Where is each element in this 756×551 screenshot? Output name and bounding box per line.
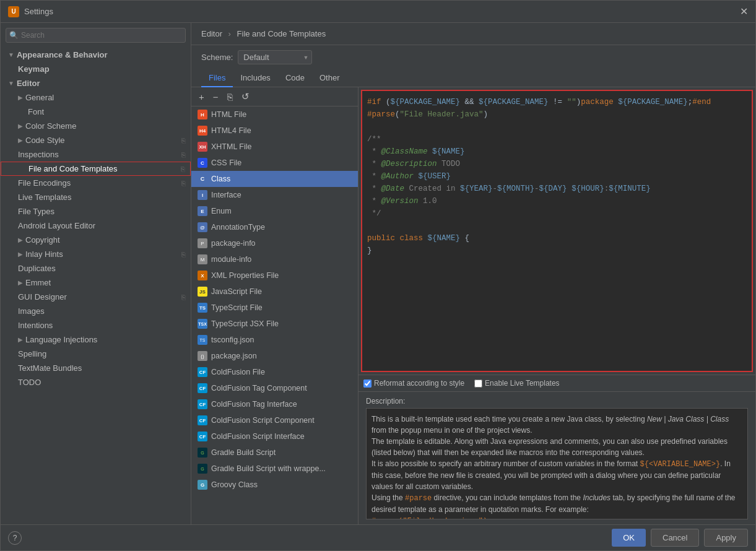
sidebar-item-label: Copyright (25, 235, 60, 245)
code-line: * @Date Created in ${YEAR}-${MONTH}-${DA… (367, 183, 747, 195)
sidebar-item-intentions[interactable]: Intentions (1, 318, 191, 332)
bottom-bar: ? OK Cancel Apply (1, 524, 755, 550)
template-item-html4-file[interactable]: H4 HTML4 File (191, 123, 358, 139)
sidebar-item-appearance[interactable]: ▼ Appearance & Behavior (1, 48, 191, 62)
live-templates-checkbox[interactable] (474, 380, 482, 388)
code-line: * @Author ${USER} (367, 170, 747, 183)
scheme-select-wrap[interactable]: Default Project (238, 50, 312, 64)
sidebar-item-code-style[interactable]: ▶ Code Style ⎘ (1, 133, 191, 147)
template-item-typescript-jsx[interactable]: TSX TypeScript JSX File (191, 316, 358, 332)
expand-icon: ▶ (18, 94, 23, 101)
template-item-groovy-class[interactable]: G Groovy Class (191, 477, 358, 493)
sidebar-item-color-scheme[interactable]: ▶ Color Scheme (1, 119, 191, 133)
search-input[interactable] (6, 28, 186, 43)
template-item-javascript-file[interactable]: JS JavaScript File (191, 284, 358, 300)
tab-includes[interactable]: Includes (233, 69, 277, 87)
sidebar-item-copyright[interactable]: ▶ Copyright (1, 233, 191, 247)
bottom-right: OK Cancel Apply (612, 529, 748, 547)
add-template-button[interactable]: + (196, 90, 207, 103)
app-icon: U (8, 6, 19, 17)
ok-button[interactable]: OK (612, 529, 646, 547)
template-item-label: tsconfig.json (211, 336, 254, 344)
sidebar-item-file-encodings[interactable]: File Encodings ⎘ (1, 176, 191, 190)
sidebar-item-emmet[interactable]: ▶ Emmet (1, 276, 191, 290)
template-item-enum[interactable]: E Enum (191, 203, 358, 219)
tab-other[interactable]: Other (312, 69, 347, 87)
xhtml-file-icon: XH (198, 142, 207, 152)
apply-button[interactable]: Apply (704, 529, 748, 547)
tab-files[interactable]: Files (201, 69, 233, 87)
sidebar-item-android-layout-editor[interactable]: Android Layout Editor (1, 219, 191, 233)
template-item-gradle-build-script[interactable]: G Gradle Build Script (191, 445, 358, 461)
template-item-annotation-type[interactable]: @ AnnotationType (191, 219, 358, 235)
template-item-xhtml-file[interactable]: XH XHTML File (191, 139, 358, 155)
sidebar-item-inspections[interactable]: Inspections ⎘ (1, 147, 191, 162)
tab-code[interactable]: Code (278, 69, 312, 87)
template-item-package-info[interactable]: P package-info (191, 235, 358, 251)
sidebar-item-font[interactable]: Font (1, 105, 191, 119)
reformat-checkbox[interactable] (363, 380, 371, 388)
sidebar-item-language-injections[interactable]: ▶ Language Injections (1, 332, 191, 347)
sidebar-item-duplicates[interactable]: Duplicates (1, 261, 191, 276)
sidebar-item-general[interactable]: ▶ General (1, 90, 191, 105)
template-item-gradle-build-wrapper[interactable]: G Gradle Build Script with wrappe... (191, 461, 358, 477)
template-item-label: Class (211, 175, 230, 183)
code-line: * @ClassName ${NAME} (367, 145, 747, 158)
template-item-package-json[interactable]: {} package.json (191, 348, 358, 364)
cancel-button[interactable]: Cancel (651, 529, 699, 547)
sidebar-item-todo[interactable]: TODO (1, 375, 191, 389)
live-templates-label: Enable Live Templates (485, 379, 560, 388)
template-item-coldfusion-script-interface[interactable]: CF ColdFusion Script Interface (191, 428, 358, 445)
template-item-coldfusion-script-component[interactable]: CF ColdFusion Script Component (191, 412, 358, 428)
template-item-label: AnnotationType (211, 223, 265, 232)
template-item-label: JavaScript File (211, 287, 262, 296)
reformat-checkbox-label[interactable]: Reformat according to style (363, 379, 464, 388)
search-box[interactable]: 🔍 (6, 28, 186, 43)
sidebar-item-label: File Encodings (18, 178, 71, 188)
template-item-interface[interactable]: I Interface (191, 187, 358, 203)
copy-template-button[interactable]: ⎘ (225, 90, 235, 103)
live-templates-checkbox-label[interactable]: Enable Live Templates (474, 379, 560, 388)
gradle-icon: G (198, 448, 207, 458)
expand-icon: ▶ (18, 251, 23, 258)
right-panel: Editor › File and Code Templates Scheme:… (191, 23, 755, 524)
sidebar-item-keymap[interactable]: Keymap (1, 62, 191, 76)
template-toolbar: + − ⎘ ↺ (191, 87, 358, 106)
editor-bottom: Reformat according to style Enable Live … (358, 375, 755, 391)
sidebar-item-label: Inlay Hints (25, 249, 63, 259)
sidebar-item-file-types[interactable]: File Types (1, 204, 191, 219)
expand-icon: ▶ (18, 236, 23, 243)
template-item-module-info[interactable]: M module-info (191, 251, 358, 267)
sidebar-item-inlay-hints[interactable]: ▶ Inlay Hints ⎘ (1, 247, 191, 261)
template-item-label: ColdFusion Script Component (211, 416, 315, 425)
scheme-row: Scheme: Default Project (191, 45, 755, 69)
sidebar-item-spelling[interactable]: Spelling (1, 347, 191, 361)
description-label: Description: (366, 397, 748, 406)
sidebar-item-editor[interactable]: ▼ Editor (1, 76, 191, 90)
sidebar-item-images[interactable]: Images (1, 304, 191, 318)
sidebar-item-live-templates[interactable]: Live Templates (1, 190, 191, 204)
remove-template-button[interactable]: − (211, 90, 221, 103)
template-item-tsconfig-json[interactable]: TS tsconfig.json (191, 332, 358, 348)
template-item-coldfusion-tag-component[interactable]: CF ColdFusion Tag Component (191, 380, 358, 396)
groovy-icon: G (198, 480, 207, 490)
sidebar-item-textmate-bundles[interactable]: TextMate Bundles (1, 361, 191, 375)
scheme-select[interactable]: Default Project (238, 50, 312, 64)
template-item-typescript-file[interactable]: TS TypeScript File (191, 300, 358, 316)
close-button[interactable]: ✕ (740, 6, 748, 17)
window-title: Settings (24, 7, 740, 16)
template-item-coldfusion-file[interactable]: CF ColdFusion File (191, 364, 358, 380)
code-editor[interactable]: #if (${PACKAGE_NAME} && ${PACKAGE_NAME} … (361, 90, 753, 372)
template-item-html-file[interactable]: H HTML File (191, 106, 358, 123)
template-item-class[interactable]: C Class (191, 171, 358, 187)
expand-icon: ▼ (8, 51, 14, 58)
sidebar-item-file-and-code-templates[interactable]: File and Code Templates ⎘ (1, 162, 191, 176)
template-item-css-file[interactable]: C CSS File (191, 155, 358, 171)
template-item-xml-properties[interactable]: X XML Properties File (191, 267, 358, 284)
template-item-coldfusion-tag-interface[interactable]: CF ColdFusion Tag Interface (191, 396, 358, 412)
code-line: #parse("File Header.java") (367, 108, 747, 121)
reset-template-button[interactable]: ↺ (239, 90, 252, 103)
sidebar-item-gui-designer[interactable]: GUI Designer ⎘ (1, 290, 191, 304)
help-button[interactable]: ? (8, 531, 22, 545)
expand-icon: ▶ (18, 336, 23, 343)
